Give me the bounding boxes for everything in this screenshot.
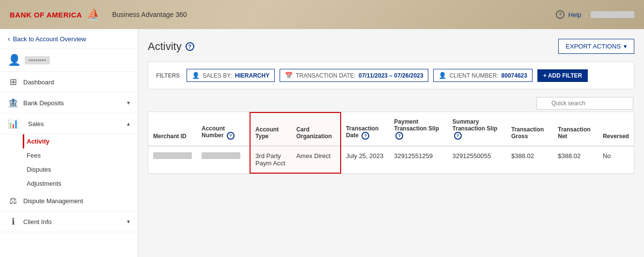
user-id: ••••••••: [25, 56, 50, 64]
bank-logo: BANK OF AMERICA: [10, 11, 82, 19]
search-wrapper: 🔍: [536, 97, 633, 110]
filters-label: FILTERS: [156, 72, 180, 79]
filter-chip-client-number[interactable]: 👤 CLIENT NUMBER: 80074623: [433, 69, 533, 82]
add-filter-label: + ADD FILTER: [543, 72, 582, 79]
header-separator: |: [585, 11, 587, 18]
chip-value: 80074623: [502, 72, 527, 79]
help-label[interactable]: Help: [568, 11, 581, 18]
sidebar-item-sales: 📊 Sales ▴ Activity Fees Disputes Adjustm…: [0, 113, 138, 191]
cell-payment-slip: 32912551259: [389, 146, 447, 173]
sidebar-item-bank-deposits[interactable]: 🏦 Bank Deposits ▾: [0, 93, 138, 113]
cell-reversed: No: [598, 146, 634, 173]
chevron-down-icon: ▾: [127, 99, 130, 106]
export-actions-button[interactable]: EXPORT ACTIONS ▾: [558, 39, 634, 54]
col-merchant-id: Merchant ID: [148, 112, 197, 146]
col-card-organization: Card Organization: [291, 112, 341, 146]
quick-search-area: 🔍: [148, 97, 634, 110]
sales-by-icon: 👤: [192, 72, 200, 79]
sidebar-item-fees[interactable]: Fees: [27, 148, 138, 162]
cell-card-organization: Amex Direct: [291, 146, 341, 173]
transactions-table: Merchant ID Account Number ? Account Typ…: [148, 112, 634, 174]
cell-transaction-gross: $388.02: [506, 146, 553, 173]
user-avatar-icon: 👤: [8, 54, 21, 66]
back-chevron-icon: ‹: [8, 35, 10, 43]
back-label: Back to Account Overview: [13, 35, 86, 43]
activity-header: Activity ? EXPORT ACTIONS ▾: [148, 39, 634, 54]
cell-account-type: 3rd Party Paym Acct: [250, 146, 291, 173]
col-transaction-gross: Transaction Gross: [506, 112, 553, 146]
activity-help-icon[interactable]: ?: [186, 42, 194, 51]
chip-prefix: TRANSACTION DATE:: [296, 72, 356, 79]
sales-icon: 📊: [8, 118, 18, 129]
logo-symbol: ⛵: [87, 8, 100, 21]
help-icon: ?: [556, 10, 565, 19]
table-container: Merchant ID Account Number ? Account Typ…: [148, 112, 634, 174]
sidebar: ‹ Back to Account Overview 👤 •••••••• ⊞ …: [0, 29, 138, 257]
table-header-row: Merchant ID Account Number ? Account Typ…: [148, 112, 634, 146]
sidebar-item-label: Sales: [28, 120, 122, 128]
col-summary-slip: Summary Transaction Slip ?: [448, 112, 506, 146]
chip-value: HIERARCHY: [235, 72, 269, 79]
cell-merchant-id: [148, 146, 197, 173]
sidebar-item-label: Dashboard: [23, 79, 130, 86]
add-filter-button[interactable]: + ADD FILTER: [537, 69, 588, 82]
sidebar-sales-header[interactable]: 📊 Sales ▴: [0, 113, 138, 134]
col-transaction-net: Transaction Net: [553, 112, 598, 146]
sidebar-item-label: Dispute Management: [23, 197, 130, 205]
top-header: BANK OF AMERICA ⛵ Business Advantage 360…: [0, 0, 644, 29]
col-payment-slip: Payment Transaction Slip ?: [389, 112, 447, 146]
cell-account-number: [197, 146, 250, 173]
dashboard-icon: ⊞: [8, 77, 18, 87]
client-number-icon: 👤: [439, 72, 446, 79]
table-row: 3rd Party Paym Acct Amex Direct July 25,…: [148, 146, 634, 173]
search-input[interactable]: [536, 97, 633, 110]
client-info-icon: ℹ: [8, 216, 18, 227]
account-number-help-icon[interactable]: ?: [227, 132, 235, 140]
filter-chip-sales-by[interactable]: 👤 SALES BY: HIERARCHY: [187, 69, 275, 82]
chip-value: 07/11/2023 – 07/26/2023: [359, 72, 423, 79]
back-to-account-link[interactable]: ‹ Back to Account Overview: [0, 29, 138, 49]
activity-title-area: Activity ?: [148, 40, 194, 53]
user-area: 👤 ••••••••: [0, 49, 138, 72]
sidebar-item-dispute-management[interactable]: ⚖ Dispute Management: [0, 191, 138, 211]
bank-deposits-icon: 🏦: [8, 97, 18, 108]
header-right: ? Help |: [556, 10, 634, 19]
sidebar-item-adjustments[interactable]: Adjustments: [27, 177, 138, 191]
sidebar-item-disputes[interactable]: Disputes: [27, 162, 138, 177]
sidebar-item-label: Client Info: [23, 218, 122, 225]
dispute-management-icon: ⚖: [8, 195, 18, 206]
page-title: Activity: [148, 40, 182, 53]
sidebar-item-activity[interactable]: Activity: [23, 134, 138, 148]
sidebar-item-dashboard[interactable]: ⊞ Dashboard: [0, 72, 138, 93]
chip-prefix: SALES BY:: [203, 72, 232, 79]
col-account-number: Account Number ?: [197, 112, 250, 146]
main-content: Activity ? EXPORT ACTIONS ▾ FILTERS 👤 SA…: [138, 29, 644, 257]
transaction-date-help-icon[interactable]: ?: [361, 132, 369, 140]
sales-sub-nav: Activity Fees Disputes Adjustments: [0, 134, 138, 191]
product-name: Business Advantage 360: [112, 11, 187, 18]
col-reversed: Reversed: [598, 112, 634, 146]
chevron-up-icon: ▴: [127, 120, 130, 127]
payment-slip-help-icon[interactable]: ?: [395, 132, 403, 140]
calendar-icon: 📅: [285, 72, 293, 79]
filter-chip-transaction-date[interactable]: 📅 TRANSACTION DATE: 07/11/2023 – 07/26/2…: [280, 69, 428, 82]
main-layout: ‹ Back to Account Overview 👤 •••••••• ⊞ …: [0, 29, 644, 257]
sidebar-item-label: Bank Deposits: [23, 99, 122, 107]
logo-area: BANK OF AMERICA ⛵ Business Advantage 360: [10, 8, 187, 21]
chevron-down-icon: ▾: [127, 218, 130, 225]
cell-transaction-date: July 25, 2023: [341, 146, 389, 173]
export-label: EXPORT ACTIONS: [565, 43, 621, 50]
col-transaction-date: Transaction Date ?: [341, 112, 389, 146]
export-chevron-icon: ▾: [624, 43, 627, 50]
filters-bar: FILTERS 👤 SALES BY: HIERARCHY 📅 TRANSACT…: [148, 62, 634, 89]
summary-slip-help-icon[interactable]: ?: [454, 132, 462, 140]
sidebar-item-client-info[interactable]: ℹ Client Info ▾: [0, 211, 138, 232]
col-account-type: Account Type: [250, 112, 291, 146]
header-user: [591, 11, 634, 18]
cell-summary-slip: 32912550055: [448, 146, 506, 173]
chip-prefix: CLIENT NUMBER:: [449, 72, 498, 79]
cell-transaction-net: $388.02: [553, 146, 598, 173]
